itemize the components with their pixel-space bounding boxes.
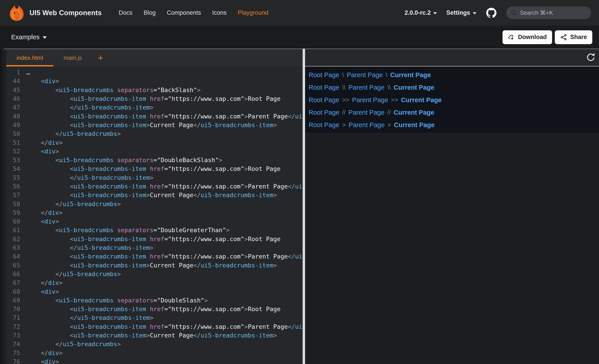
code-line: 45 <ui5-breadcrumbs separators="BackSlas…	[6, 86, 303, 94]
breadcrumb-separator: >	[342, 121, 346, 129]
breadcrumb-link[interactable]: Parent Page	[347, 71, 383, 79]
code-text: <div>	[26, 78, 59, 85]
nav-link-icons[interactable]: Icons	[212, 9, 227, 16]
preview-panel: Root Page\Parent Page\Current PageRoot P…	[305, 49, 599, 364]
examples-toolbar: Examples Download	[0, 26, 599, 49]
add-tab-button[interactable]: +	[92, 49, 109, 67]
line-number: 45	[6, 86, 20, 93]
code-text: </ui5-breadcrumbs>	[26, 341, 121, 347]
code-line: 66 </ui5-breadcrumbs>	[6, 270, 303, 278]
breadcrumb-separator: //	[342, 108, 345, 116]
line-number: 65	[6, 262, 20, 269]
version-label: 2.0.0-rc.2	[405, 9, 431, 16]
search-input[interactable]: Search ⌘+K	[506, 7, 591, 19]
code-line: 47 </ui5-breadcrumbs-item>	[6, 103, 303, 112]
settings-label: Settings	[446, 9, 470, 16]
line-number: 47	[6, 104, 20, 111]
code-line: 57 <ui5-breadcrumbs-item>Current Page</u…	[6, 191, 303, 199]
share-label: Share	[570, 34, 587, 41]
code-text: <div>	[26, 218, 59, 225]
app-root: UI5 Web Components DocsBlogComponentsIco…	[0, 0, 599, 364]
code-text: <ui5-breadcrumbs-item href="https://www.…	[26, 165, 281, 172]
chevron-down-icon	[473, 12, 476, 14]
breadcrumb-link[interactable]: Root Page	[309, 108, 339, 116]
code-line: 72 <ui5-breadcrumbs-item href="https://w…	[6, 322, 303, 331]
line-number: 68	[6, 288, 20, 295]
code-text: <ui5-breadcrumbs-item>Current Page</ui5-…	[26, 262, 277, 269]
examples-dropdown[interactable]: Examples	[11, 34, 47, 41]
code-text: </ui5-breadcrumbs>	[26, 201, 121, 207]
download-button[interactable]: Download	[502, 30, 552, 44]
code-line: 73 <ui5-breadcrumbs-item>Current Page</u…	[6, 331, 303, 340]
code-line: 74 </ui5-breadcrumbs>	[6, 340, 303, 348]
code-line: 46 <ui5-breadcrumbs-item href="https://w…	[6, 94, 303, 103]
breadcrumb-separator: \	[342, 71, 344, 79]
line-number: 66	[6, 271, 20, 278]
code-line: 60 <div>	[6, 217, 303, 226]
code-text: <ui5-breadcrumbs separators="DoubleBackS…	[26, 157, 222, 163]
line-number: 61	[6, 227, 20, 234]
code-editor-panel: index.htmlmain.js+ 1…44 <div>45 <ui5-bre…	[2, 49, 303, 364]
code-area[interactable]: 1…44 <div>45 <ui5-breadcrumbs separators…	[6, 67, 303, 364]
refresh-icon[interactable]	[586, 52, 596, 63]
line-number: 64	[6, 253, 20, 260]
code-text: </ui5-breadcrumbs>	[26, 130, 121, 137]
search-placeholder: Search ⌘+K	[520, 9, 553, 16]
code-text: <div>	[26, 148, 59, 155]
code-line: 51 </div>	[6, 138, 303, 147]
breadcrumb-separator: \\	[342, 84, 345, 92]
line-number: 74	[6, 341, 20, 347]
breadcrumbs-row: Root Page>>Parent Page>>Current Page	[309, 96, 595, 104]
breadcrumbs-row: Root Page\Parent Page\Current Page	[309, 71, 595, 79]
brand-title[interactable]: UI5 Web Components	[29, 9, 102, 17]
code-line: 61 <ui5-breadcrumbs separators="DoubleGr…	[6, 226, 303, 234]
examples-label: Examples	[11, 34, 40, 41]
code-text: <ui5-breadcrumbs-item>Current Page</ui5-…	[26, 332, 277, 339]
top-navbar: UI5 Web Components DocsBlogComponentsIco…	[0, 0, 599, 26]
chevron-down-icon	[43, 36, 47, 39]
breadcrumb-link[interactable]: Parent Page	[348, 84, 384, 92]
code-line: 49 <ui5-breadcrumbs-item>Current Page</u…	[6, 121, 303, 129]
breadcrumb-link[interactable]: Root Page	[309, 71, 339, 79]
code-text: <ui5-breadcrumbs-item href="https://www.…	[26, 95, 281, 102]
nav-link-docs[interactable]: Docs	[119, 9, 132, 16]
nav-links: DocsBlogComponentsIconsPlayground	[119, 9, 268, 16]
code-text: …	[26, 69, 30, 76]
code-line: 76 <div>	[6, 357, 303, 364]
code-text: </div>	[26, 139, 63, 146]
nav-link-components[interactable]: Components	[167, 9, 201, 16]
editor-inner: index.htmlmain.js+ 1…44 <div>45 <ui5-bre…	[6, 49, 303, 364]
breadcrumb-link[interactable]: Parent Page	[352, 96, 388, 104]
breadcrumb-link[interactable]: Root Page	[309, 96, 339, 104]
code-text: </div>	[26, 279, 63, 286]
breadcrumb-link[interactable]: Parent Page	[349, 121, 385, 129]
tab-index.html[interactable]: index.html	[6, 49, 53, 67]
split-divider-handle[interactable]	[303, 49, 305, 364]
code-line: 62 <ui5-breadcrumbs-item href="https://w…	[6, 235, 303, 243]
settings-dropdown[interactable]: Settings	[446, 9, 476, 16]
breadcrumb-link[interactable]: Parent Page	[348, 108, 384, 116]
code-text: </ui5-breadcrumbs-item>	[26, 244, 153, 251]
code-text: </ui5-breadcrumbs>	[26, 271, 121, 278]
line-number: 49	[6, 122, 20, 128]
tab-main.js[interactable]: main.js	[53, 49, 92, 67]
breadcrumb-separator: //	[387, 108, 391, 116]
toolbar-actions: Download Share	[502, 30, 592, 44]
line-number: 72	[6, 323, 20, 330]
breadcrumb-link[interactable]: Root Page	[309, 121, 339, 129]
nav-link-blog[interactable]: Blog	[144, 9, 156, 16]
line-number: 58	[6, 201, 20, 207]
chevron-down-icon	[433, 12, 437, 14]
search-icon	[510, 9, 517, 16]
nav-right: 2.0.0-rc.2 Settings Search ⌘+	[405, 7, 591, 19]
share-button[interactable]: Share	[555, 30, 592, 44]
code-text: <div>	[26, 288, 59, 295]
github-icon[interactable]	[486, 7, 497, 18]
line-number: 57	[6, 192, 20, 198]
ui5-phoenix-logo-icon[interactable]	[9, 5, 25, 21]
version-dropdown[interactable]: 2.0.0-rc.2	[405, 9, 437, 16]
breadcrumb-separator: >	[388, 121, 391, 129]
breadcrumb-link[interactable]: Root Page	[309, 84, 339, 92]
code-line: 55 </ui5-breadcrumbs-item>	[6, 173, 303, 182]
nav-link-playground[interactable]: Playground	[238, 9, 268, 16]
